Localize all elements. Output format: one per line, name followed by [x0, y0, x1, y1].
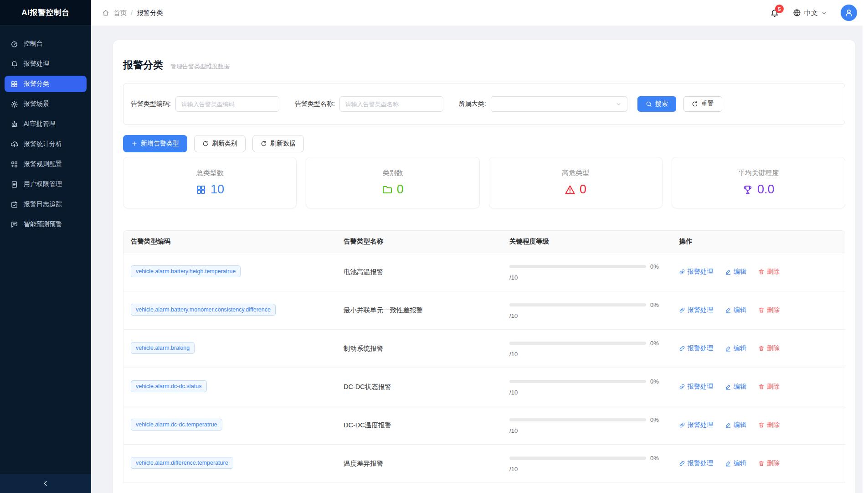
table-body: vehicle.alarm.battery.heigh.temperatrue … [123, 253, 845, 483]
table-row: vehicle.alarm.battery.monomer.consistenc… [123, 291, 845, 329]
stat-cards: 总类型数 10 类别数 0 高危类型 0 平均关键程度 0.0 [123, 157, 845, 208]
page-scrollbar[interactable] [863, 0, 868, 493]
alarm-type-code-tag[interactable]: vehicle.alarm.battery.monomer.consistenc… [131, 304, 276, 316]
select-chevron-icon [616, 101, 621, 107]
gear-icon [10, 100, 18, 108]
toolbar: 新增告警类型 刷新类别 刷新数据 [123, 135, 845, 152]
table-row: vehicle.alarm.braking 制动系统报警 0% /10 报警处理… [123, 329, 845, 368]
avatar[interactable] [841, 5, 857, 21]
delete-link[interactable]: 删除 [758, 421, 780, 429]
delete-link[interactable]: 删除 [758, 344, 780, 353]
name-filter-input[interactable] [339, 96, 443, 112]
handle-alarm-link[interactable]: 报警处理 [679, 421, 713, 429]
link-icon [679, 422, 685, 428]
search-button[interactable]: 搜索 [637, 96, 676, 112]
home-icon[interactable] [102, 9, 109, 16]
sidebar-item-2[interactable]: 报警处理 [5, 56, 87, 72]
cloud-up-icon [10, 140, 18, 148]
column-header-criticality: 关键程度等级 [502, 231, 672, 253]
language-label: 中文 [804, 9, 818, 17]
table-row: vehicle.alarm.difference.temperature 温度差… [123, 444, 845, 483]
handle-alarm-link[interactable]: 报警处理 [679, 459, 713, 467]
edit-link[interactable]: 编辑 [725, 306, 746, 314]
edit-link[interactable]: 编辑 [725, 459, 746, 467]
handle-alarm-link[interactable]: 报警处理 [679, 306, 713, 314]
notifications-button[interactable]: 5 [770, 8, 779, 17]
reset-button[interactable]: 重置 [683, 96, 722, 112]
sidebar-item-5[interactable]: AI审批管理 [5, 116, 87, 132]
criticality-progress-bar [509, 457, 646, 460]
grid-plus-icon [10, 161, 18, 168]
delete-link[interactable]: 删除 [758, 306, 780, 314]
table-row: vehicle.alarm.dc-dc.temperatrue DC-DC温度报… [123, 406, 845, 444]
sidebar-item-9[interactable]: 报警日志追踪 [5, 196, 87, 213]
trash-icon [758, 384, 765, 390]
handle-alarm-link[interactable]: 报警处理 [679, 268, 713, 276]
language-switcher[interactable]: 中文 [793, 9, 827, 17]
sidebar-item-label: 智能预测预警 [24, 220, 62, 228]
breadcrumb-separator: / [131, 9, 133, 16]
stat-card: 平均关键程度 0.0 [672, 157, 845, 208]
sidebar-item-4[interactable]: 报警场景 [5, 96, 87, 112]
refresh-category-button[interactable]: 刷新类别 [194, 135, 246, 152]
sidebar-item-1[interactable]: 控制台 [5, 36, 87, 52]
link-icon [679, 460, 685, 467]
sidebar-item-label: 报警场景 [24, 100, 49, 108]
sidebar-item-10[interactable]: 智能预测预警 [5, 216, 87, 233]
edit-icon [725, 422, 731, 428]
alarm-type-code-tag[interactable]: vehicle.alarm.dc-dc.temperatrue [131, 419, 222, 431]
refresh-icon [261, 140, 267, 147]
collapse-icon [42, 480, 49, 487]
delete-link[interactable]: 删除 [758, 459, 780, 467]
link-icon [679, 384, 685, 390]
page-title: 报警分类 [123, 58, 163, 72]
calendar-icon [10, 201, 18, 208]
alarm-type-code-tag[interactable]: vehicle.alarm.dc-dc.status [131, 380, 207, 392]
handle-alarm-link[interactable]: 报警处理 [679, 383, 713, 391]
folder-icon [382, 184, 393, 195]
trash-icon [758, 422, 765, 428]
delete-link[interactable]: 删除 [758, 268, 780, 276]
sidebar-item-label: 用户权限管理 [24, 180, 62, 188]
criticality-progress-bar [509, 380, 646, 383]
code-filter-input[interactable] [175, 96, 279, 112]
criticality-denominator: /10 [509, 351, 664, 358]
edit-icon [725, 384, 731, 390]
criticality-percent: 0% [650, 455, 659, 462]
search-icon [646, 101, 652, 107]
content-card: 报警分类 管理告警类型维度数据 告警类型编码: 告警类型名称: 所属大类: 搜索… [113, 40, 855, 493]
delete-link[interactable]: 删除 [758, 383, 780, 391]
app-title: AI报警控制台 [21, 7, 70, 18]
warning-icon [565, 184, 575, 195]
sidebar-collapse-button[interactable] [0, 474, 91, 493]
breadcrumb-current: 报警分类 [137, 9, 163, 17]
stat-value: 0 [382, 182, 404, 197]
sidebar-item-6[interactable]: 报警统计分析 [5, 136, 87, 152]
alarm-type-code-tag[interactable]: vehicle.alarm.difference.temperature [131, 457, 233, 469]
category-select[interactable] [491, 96, 627, 112]
edit-link[interactable]: 编辑 [725, 344, 746, 353]
edit-link[interactable]: 编辑 [725, 421, 746, 429]
edit-link[interactable]: 编辑 [725, 383, 746, 391]
edit-link[interactable]: 编辑 [725, 268, 746, 276]
breadcrumb-home[interactable]: 首页 [113, 9, 127, 17]
trash-icon [758, 269, 765, 275]
link-icon [679, 269, 685, 275]
sidebar-item-3[interactable]: 报警分类 [5, 76, 87, 92]
table-row: vehicle.alarm.battery.heigh.temperatrue … [123, 253, 845, 291]
criticality-denominator: /10 [509, 389, 664, 396]
criticality-denominator: /10 [509, 427, 664, 434]
alarm-type-code-tag[interactable]: vehicle.alarm.braking [131, 342, 195, 354]
category-filter-label: 所属大类: [459, 100, 486, 108]
sidebar-item-8[interactable]: 用户权限管理 [5, 176, 87, 192]
stat-label: 类别数 [382, 169, 403, 177]
sidebar-item-label: 报警处理 [24, 60, 49, 68]
breadcrumb: 首页 / 报警分类 [102, 9, 163, 17]
sidebar-item-7[interactable]: 报警规则配置 [5, 156, 87, 172]
alarm-type-code-tag[interactable]: vehicle.alarm.battery.heigh.temperatrue [131, 265, 241, 277]
stat-value: 0 [565, 182, 586, 197]
refresh-data-button[interactable]: 刷新数据 [252, 135, 304, 152]
stat-value: 0.0 [742, 182, 775, 197]
add-alarm-type-button[interactable]: 新增告警类型 [123, 135, 187, 152]
handle-alarm-link[interactable]: 报警处理 [679, 344, 713, 353]
